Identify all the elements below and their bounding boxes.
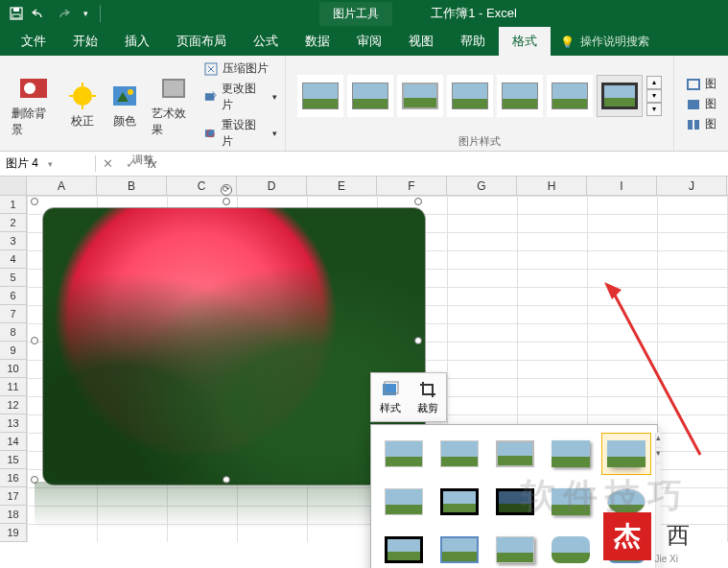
row-header[interactable]: 15 — [0, 451, 27, 469]
mini-style-button[interactable]: 样式 — [371, 373, 409, 421]
tab-review[interactable]: 审阅 — [343, 27, 395, 56]
layout-icon — [686, 117, 701, 132]
picture-effects-button[interactable]: 图 — [686, 95, 716, 113]
style-option-13[interactable] — [490, 529, 540, 568]
reset-picture-button[interactable]: 重设图片▾ — [203, 116, 277, 151]
picture-selection[interactable] — [35, 201, 418, 480]
row-header[interactable]: 16 — [0, 469, 27, 487]
rotation-handle[interactable] — [221, 184, 232, 196]
col-header[interactable]: F — [377, 177, 447, 195]
chevron-down-icon: ▾ — [272, 129, 277, 138]
tab-home[interactable]: 开始 — [59, 27, 111, 56]
name-box[interactable]: 图片 4 ▾ — [0, 155, 96, 172]
qat-customize[interactable]: ▾ — [75, 3, 96, 24]
row-header[interactable]: 17 — [0, 487, 27, 506]
style-option-3[interactable] — [490, 433, 540, 475]
col-header[interactable]: I — [587, 177, 657, 195]
select-all-corner[interactable] — [0, 177, 27, 195]
row-header[interactable]: 2 — [0, 214, 27, 232]
inserted-picture[interactable] — [42, 207, 426, 485]
corrections-icon — [67, 81, 98, 111]
resize-handle-ne[interactable] — [414, 198, 422, 205]
row-header[interactable]: 5 — [0, 269, 27, 287]
tab-help[interactable]: 帮助 — [447, 27, 499, 56]
row-header[interactable]: 11 — [0, 378, 27, 396]
tab-format[interactable]: 格式 — [499, 27, 551, 56]
cancel-formula-button[interactable]: ✕ — [96, 156, 119, 171]
style-option-6[interactable] — [379, 481, 429, 523]
style-preset-3[interactable] — [397, 75, 443, 117]
col-header[interactable]: G — [447, 177, 517, 195]
row-header[interactable]: 6 — [0, 287, 27, 305]
save-button[interactable] — [6, 3, 27, 24]
style-option-12[interactable] — [434, 529, 484, 568]
style-preset-7[interactable] — [597, 75, 643, 117]
row-header[interactable]: 12 — [0, 396, 27, 414]
style-scroll-down[interactable]: ▾ — [656, 448, 661, 463]
tab-insert[interactable]: 插入 — [111, 27, 163, 56]
col-header[interactable]: E — [307, 177, 377, 195]
tell-me-search[interactable]: 💡 操作说明搜索 — [551, 28, 659, 56]
col-header[interactable]: H — [517, 177, 587, 195]
gallery-scroll-up[interactable]: ▴ — [646, 76, 662, 89]
fx-button[interactable]: fx — [142, 157, 162, 171]
compress-pictures-button[interactable]: 压缩图片 — [203, 59, 277, 78]
col-header[interactable]: B — [97, 177, 167, 195]
gallery-more-button[interactable]: ▾ — [646, 103, 662, 116]
style-preset-2[interactable] — [347, 75, 393, 117]
row-header[interactable]: 10 — [0, 360, 27, 378]
row-header[interactable]: 13 — [0, 414, 27, 433]
row-header[interactable]: 1 — [0, 196, 27, 214]
style-option-4[interactable] — [546, 433, 596, 475]
change-picture-button[interactable]: 更改图片▾ — [203, 80, 277, 114]
row-header[interactable]: 7 — [0, 305, 27, 323]
col-header[interactable]: J — [657, 177, 727, 195]
tab-data[interactable]: 数据 — [292, 27, 343, 56]
style-option-14[interactable] — [546, 529, 596, 568]
row-header[interactable]: 14 — [0, 433, 27, 451]
confirm-formula-button[interactable]: ✓ — [119, 156, 142, 171]
corrections-button[interactable]: 校正 — [63, 79, 102, 131]
remove-background-button[interactable]: 删除背景 — [8, 71, 59, 140]
resize-handle-e[interactable] — [414, 337, 422, 344]
style-option-11[interactable] — [379, 529, 429, 568]
style-preset-4[interactable] — [447, 75, 493, 117]
svg-rect-1 — [13, 8, 19, 12]
row-header[interactable]: 8 — [0, 323, 27, 342]
redo-button[interactable] — [52, 3, 73, 24]
row-header[interactable]: 9 — [0, 342, 27, 360]
col-header[interactable]: A — [27, 177, 97, 195]
style-scroll-up[interactable]: ▴ — [656, 433, 661, 448]
picture-border-button[interactable]: 图 — [686, 75, 716, 93]
style-option-1[interactable] — [379, 433, 429, 475]
change-picture-icon — [203, 89, 218, 105]
remove-bg-icon — [18, 73, 49, 104]
color-button[interactable]: 颜色 — [106, 79, 144, 131]
col-header[interactable]: D — [237, 177, 307, 195]
style-option-2[interactable] — [434, 433, 484, 475]
reset-label: 重设图片 — [222, 117, 266, 150]
style-option-5[interactable] — [601, 433, 651, 475]
corrections-label: 校正 — [71, 113, 94, 130]
row-header[interactable]: 3 — [0, 232, 27, 250]
resize-handle-n[interactable] — [223, 198, 230, 205]
style-preset-1[interactable] — [297, 75, 343, 117]
row-header[interactable]: 18 — [0, 506, 27, 524]
tab-view[interactable]: 视图 — [395, 27, 447, 56]
resize-handle-w[interactable] — [31, 337, 38, 344]
style-preset-6[interactable] — [547, 75, 593, 117]
row-header[interactable]: 19 — [0, 524, 27, 542]
tab-page-layout[interactable]: 页面布局 — [163, 27, 240, 56]
style-option-7[interactable] — [434, 481, 484, 523]
tab-file[interactable]: 文件 — [8, 27, 59, 56]
row-header[interactable]: 4 — [0, 250, 27, 269]
style-preset-5[interactable] — [497, 75, 543, 117]
picture-layout-button[interactable]: 图 — [686, 115, 716, 133]
artistic-effects-button[interactable]: 艺术效果 — [148, 71, 200, 140]
tab-formulas[interactable]: 公式 — [240, 27, 292, 56]
mini-crop-button[interactable]: 裁剪 — [409, 373, 446, 421]
ribbon: 删除背景 校正 颜色 艺术效果 压缩图片 更改图 — [0, 56, 728, 152]
resize-handle-nw[interactable] — [31, 198, 38, 205]
undo-button[interactable] — [29, 3, 50, 24]
gallery-scroll-down[interactable]: ▾ — [646, 89, 662, 103]
